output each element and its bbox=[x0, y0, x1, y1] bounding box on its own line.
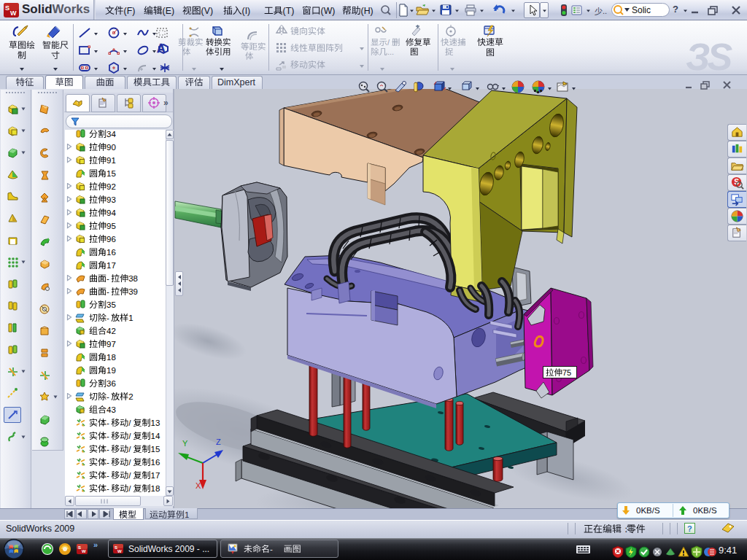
svg-text:S: S bbox=[78, 545, 81, 550]
svg-text:Y: Y bbox=[182, 439, 188, 448]
svg-text:Z: Z bbox=[216, 438, 221, 446]
svg-text:S: S bbox=[5, 4, 9, 12]
svg-text:X: X bbox=[196, 481, 201, 490]
svg-text:W: W bbox=[82, 549, 86, 553]
svg-text:W: W bbox=[10, 9, 17, 17]
svg-text:W: W bbox=[117, 549, 122, 553]
